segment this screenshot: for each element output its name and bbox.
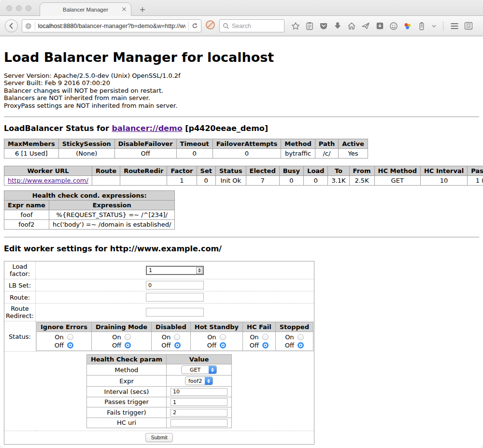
hc-uri-input[interactable] [170, 419, 227, 427]
worker-status-table: Worker URL Route RouteRedir Factor Set S… [4, 166, 483, 186]
radio-stopped-on[interactable] [298, 334, 304, 340]
edit-worker-heading: Edit worker settings for http://www.exam… [4, 244, 479, 253]
radio-off-label: Off [207, 342, 216, 349]
cell-routeredir [120, 176, 167, 186]
col-expression: Expression [49, 201, 175, 210]
expr-select[interactable]: foof2 [185, 376, 213, 385]
route-redirect-input[interactable] [146, 308, 204, 317]
col-load: Load [304, 166, 328, 176]
back-arrow-icon [8, 22, 15, 29]
browser-window: Balancer Manager localhost:8880/balancer… [0, 0, 483, 448]
col-hc-interval: HC Interval [420, 166, 467, 176]
col-path: Path [315, 139, 338, 149]
downloads-icon[interactable] [333, 22, 342, 30]
tiles-icon[interactable] [464, 22, 473, 30]
radio-hot-standby-on[interactable] [220, 334, 226, 340]
radio-stopped-off[interactable] [298, 342, 304, 348]
table-row: http://www.example.com/ 1 0 Init Ok 7 0 … [4, 176, 483, 186]
pocket-icon[interactable] [319, 22, 328, 30]
table-title-row: Health check cond. expressions: [4, 191, 175, 201]
table-row: foof %{REQUEST_STATUS} =~ /^[234]/ [4, 210, 175, 220]
new-tab-button[interactable] [139, 6, 146, 13]
select-arrows-icon [205, 377, 213, 385]
method-select[interactable]: GET [181, 365, 217, 374]
radio-hc-fail-off[interactable] [262, 342, 269, 348]
radio-draining-mode-on[interactable] [125, 334, 131, 340]
hc-expressions-table: Health check cond. expressions: Expr nam… [4, 190, 175, 230]
radio-draining-mode-off[interactable] [125, 342, 131, 348]
submit-button[interactable]: Submit [145, 433, 172, 442]
radio-ignore-errors-off[interactable] [67, 342, 73, 348]
save-page-icon[interactable] [375, 22, 384, 30]
cell-expression: hc('body') =~ /domain is established/ [49, 220, 175, 230]
passes-label: Passes trigger [86, 397, 166, 407]
radio-disabled-off[interactable] [174, 342, 181, 348]
status-label: Status: [4, 321, 36, 352]
load-factor-label: Load factor: [4, 261, 36, 279]
cell-hc-method: GET [374, 176, 420, 186]
persist-note-line: Balancer changes will NOT be persisted o… [4, 87, 479, 94]
cell-maxmembers: 6 [1 Used] [4, 149, 59, 159]
fails-label: Fails trigger) [86, 407, 166, 418]
cell-load: 0 [304, 176, 328, 186]
tracking-protection-icon[interactable] [205, 20, 215, 32]
col-draining-mode: Draining Mode [91, 322, 151, 332]
toolbar-buttons [291, 21, 473, 31]
radio-hc-fail-on[interactable] [262, 334, 269, 340]
radio-disabled-on[interactable] [174, 334, 180, 340]
col-active: Active [339, 139, 368, 149]
tab-balancer-manager[interactable]: Balancer Manager [40, 2, 131, 16]
cell-elected: 7 [246, 176, 279, 186]
colors-extension-icon[interactable] [403, 22, 412, 30]
url-separator [35, 22, 35, 30]
form-row-load-factor: Load factor: [4, 261, 314, 279]
back-button[interactable] [5, 19, 18, 32]
number-stepper-icon[interactable] [196, 267, 202, 274]
cell-timeout: 0 [176, 149, 213, 159]
bookmark-star-icon[interactable] [291, 22, 300, 30]
tab-close-icon[interactable] [122, 7, 127, 12]
minimize-window-button[interactable] [16, 5, 22, 11]
col-stopped: Stopped [275, 322, 313, 332]
battery-icon[interactable] [417, 22, 426, 30]
load-factor-input[interactable] [146, 266, 204, 275]
col-status: Status [215, 166, 246, 176]
radio-hot-standby-off[interactable] [220, 342, 226, 348]
send-icon[interactable] [361, 22, 370, 30]
radio-on-label: On [162, 333, 170, 341]
cell-stickysession: (None) [58, 149, 114, 159]
url-text[interactable]: localhost:8880/balancer-manager?b=demo&w… [38, 23, 186, 29]
cell-method: bytraffic [281, 149, 315, 159]
lb-set-input[interactable] [146, 281, 204, 289]
home-icon[interactable] [347, 22, 356, 30]
globe-icon [25, 22, 32, 30]
cell-failoverattempts: 0 [213, 149, 281, 159]
window-controls[interactable] [6, 5, 31, 11]
route-redirect-label: Route Redirect: [4, 303, 36, 321]
lb-set-label: LB Set: [4, 279, 36, 291]
search-bar[interactable]: Search [219, 19, 284, 32]
worker-url-link[interactable]: http://www.example.com/ [8, 177, 88, 184]
fails-input[interactable] [170, 409, 227, 417]
radio-ignore-errors-on[interactable] [67, 334, 73, 340]
menu-icon[interactable] [450, 22, 459, 30]
reading-list-icon[interactable] [305, 22, 314, 30]
balancer-demo-link[interactable]: balancer://demo [112, 124, 182, 133]
status-table: Ignore Errors Draining Mode Disabled Hot… [36, 322, 313, 351]
zoom-window-button[interactable] [26, 5, 31, 11]
search-icon [223, 23, 229, 29]
cell-route [92, 176, 120, 186]
close-window-button[interactable] [6, 5, 12, 11]
interval-input[interactable] [170, 388, 227, 396]
chat-smiley-icon[interactable] [389, 22, 398, 30]
url-host: localhost:8880 [38, 23, 77, 29]
page-title: Load Balancer Manager for localhost [4, 50, 479, 65]
cell-passes: 1 (0) [468, 176, 483, 186]
page-content: Load Balancer Manager for localhost Serv… [0, 36, 483, 448]
col-busy: Busy [279, 166, 303, 176]
passes-input[interactable] [170, 398, 227, 406]
overflow-caret-icon[interactable] [431, 22, 436, 30]
route-input[interactable] [146, 293, 204, 302]
reload-icon[interactable] [192, 22, 198, 29]
url-bar[interactable]: localhost:8880/balancer-manager?b=demo&w… [22, 19, 201, 32]
